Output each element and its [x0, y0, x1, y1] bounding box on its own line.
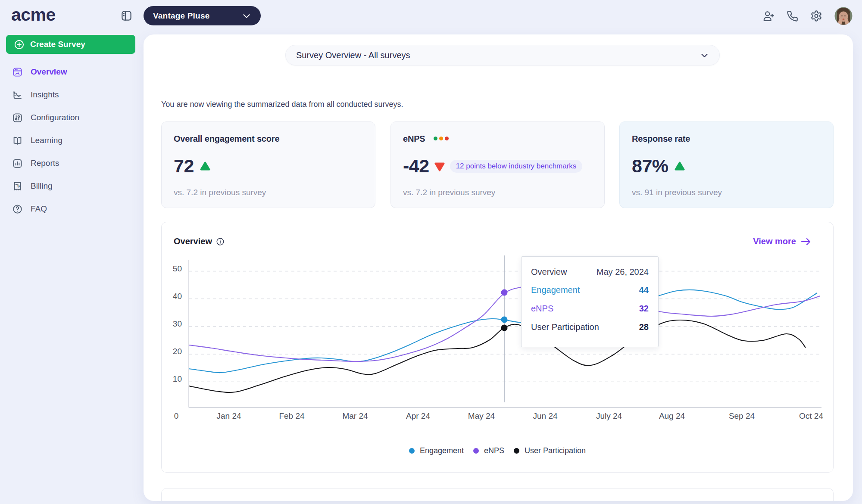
svg-text:30: 30	[173, 319, 182, 328]
svg-text:Jun 24: Jun 24	[533, 411, 557, 420]
svg-text:Feb 24: Feb 24	[279, 411, 305, 420]
svg-text:Sep 24: Sep 24	[729, 411, 755, 420]
svg-text:Aug 24: Aug 24	[659, 411, 685, 420]
svg-text:20: 20	[173, 347, 182, 356]
svg-text:May 24: May 24	[468, 411, 495, 420]
svg-text:50: 50	[173, 264, 182, 273]
svg-text:40: 40	[173, 292, 182, 301]
svg-text:Jan 24: Jan 24	[216, 411, 241, 420]
svg-text:10: 10	[173, 374, 182, 383]
svg-text:0: 0	[174, 411, 179, 420]
svg-text:Mar 24: Mar 24	[342, 411, 368, 420]
svg-text:July 24: July 24	[596, 411, 622, 420]
svg-text:Apr 24: Apr 24	[406, 411, 430, 420]
svg-text:$: $	[17, 184, 20, 188]
svg-text:Oct 24: Oct 24	[799, 411, 823, 420]
